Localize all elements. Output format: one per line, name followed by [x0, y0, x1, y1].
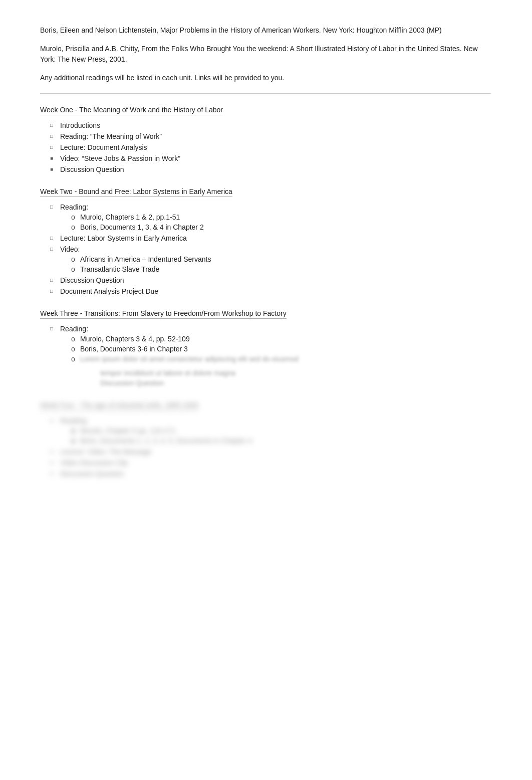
sub-list-item: Boris, Documents 3-6 in Chapter 3 [80, 345, 491, 353]
list-item-discussion: Discussion Question [60, 276, 491, 284]
list-item-lecture: Lecture: Labor Systems in Early America [60, 234, 491, 242]
sub-list: Murolo, Chapter 5 pp. 110-171 Boris, Doc… [60, 427, 491, 445]
blurred-text: Lorem ipsum dolor sit amet consectetur a… [80, 355, 299, 363]
blurred-line-2: tempor incididunt ut labore et dolore ma… [100, 369, 491, 377]
list-item-video: Video Discussion Clip [60, 459, 491, 467]
week-three-section: Week Three - Transitions: From Slavery t… [40, 307, 491, 387]
week-four-heading: Week Four - The age of industrial strife… [40, 401, 198, 411]
sub-list-video: Africans in America – Indentured Servant… [60, 255, 491, 273]
reference-3: Any additional readings will be listed i… [40, 73, 491, 83]
sub-list-item-africans: Africans in America – Indentured Servant… [80, 255, 491, 263]
sub-list-reading: Murolo, Chapters 3 & 4, pp. 52-109 Boris… [60, 335, 491, 363]
week-one-heading: Week One - The Meaning of Work and the H… [40, 106, 223, 115]
week-two-section: Week Two - Bound and Free: Labor Systems… [40, 185, 491, 295]
list-item: Reading: “The Meaning of Work” [60, 132, 491, 140]
blurred-line-3: Discussion Question [100, 379, 491, 387]
sub-list-item: Murolo, Chapter 5 pp. 110-171 [80, 427, 491, 435]
week-one-list: Introductions Reading: “The Meaning of W… [40, 121, 491, 173]
sub-list-item: Murolo, Chapters 1 & 2, pp.1-51 [80, 213, 491, 221]
sub-list-item: Boris, Documents 1, 2, 3, 4, 5, Document… [80, 437, 491, 445]
list-item-reading: Reading: Murolo, Chapter 5 pp. 110-171 B… [60, 417, 491, 445]
sub-list-item-blurred: Lorem ipsum dolor sit amet consectetur a… [80, 355, 491, 363]
sub-list-item: Murolo, Chapters 3 & 4, pp. 52-109 [80, 335, 491, 343]
divider [40, 93, 491, 94]
list-item: Discussion Question [60, 165, 491, 173]
list-item-lecture: Lecture: Video: The Message [60, 448, 491, 456]
week-four-list: Reading: Murolo, Chapter 5 pp. 110-171 B… [40, 417, 491, 478]
week-four-section: Week Four - The age of industrial strife… [40, 399, 491, 478]
week-three-list: Reading: Murolo, Chapters 3 & 4, pp. 52-… [40, 325, 491, 363]
reference-1: Boris, Eileen and Nelson Lichtenstein, M… [40, 25, 491, 36]
list-item-video: Video: Africans in America – Indentured … [60, 245, 491, 273]
sub-list-item-slave-trade: Transatlantic Slave Trade [80, 265, 491, 273]
reference-2: Murolo, Priscilla and A.B. Chitty, From … [40, 44, 491, 65]
week-two-heading: Week Two - Bound and Free: Labor Systems… [40, 187, 232, 197]
list-item-reading: Reading: Murolo, Chapters 1 & 2, pp.1-51… [60, 203, 491, 231]
list-item-reading: Reading: Murolo, Chapters 3 & 4, pp. 52-… [60, 325, 491, 363]
week-two-list: Reading: Murolo, Chapters 1 & 2, pp.1-51… [40, 203, 491, 295]
list-item: Video: “Steve Jobs & Passion in Work” [60, 154, 491, 162]
sub-list-reading: Murolo, Chapters 1 & 2, pp.1-51 Boris, D… [60, 213, 491, 231]
list-item-discussion: Discussion Question [60, 470, 491, 478]
main-content: Boris, Eileen and Nelson Lichtenstein, M… [40, 25, 491, 478]
list-item-project: Document Analysis Project Due [60, 287, 491, 295]
week-three-heading: Week Three - Transitions: From Slavery t… [40, 309, 287, 319]
week-one-section: Week One - The Meaning of Work and the H… [40, 104, 491, 173]
list-item: Lecture: Document Analysis [60, 143, 491, 151]
sub-list-item: Boris, Documents 1, 3, & 4 in Chapter 2 [80, 223, 491, 231]
list-item: Introductions [60, 121, 491, 129]
